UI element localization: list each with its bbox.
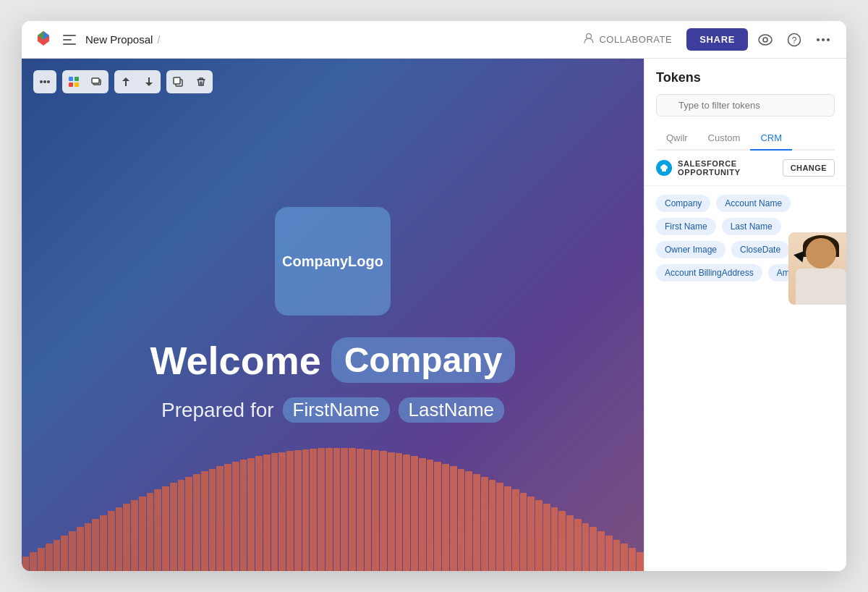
- tokens-panel: Tokens Qwilr Custom CRM: [644, 59, 846, 571]
- share-button[interactable]: SHARE: [686, 28, 748, 51]
- svg-point-4: [759, 35, 772, 45]
- welcome-static-text: Welcome: [150, 338, 321, 383]
- color-button[interactable]: [62, 70, 85, 93]
- person-image: [788, 232, 846, 305]
- svg-point-11: [40, 80, 43, 83]
- token-tag[interactable]: CloseDate: [731, 241, 789, 258]
- view-button[interactable]: [754, 28, 777, 51]
- svg-rect-2: [63, 43, 76, 45]
- svg-rect-14: [69, 77, 73, 81]
- token-tag[interactable]: Account BillingAddress: [656, 264, 762, 282]
- token-tag[interactable]: Company: [656, 195, 710, 212]
- canvas: CompanyLogo Welcome Company Prepared for…: [22, 59, 644, 571]
- bars-decoration: [22, 426, 644, 571]
- canvas-toolbar: [33, 70, 213, 93]
- edit-group: [166, 70, 213, 93]
- company-logo-placeholder: CompanyLogo: [275, 207, 391, 316]
- svg-rect-1: [63, 39, 72, 41]
- svg-point-5: [763, 38, 767, 42]
- move-down-button[interactable]: [137, 70, 161, 93]
- svg-rect-16: [69, 83, 73, 87]
- welcome-line: Welcome Company: [150, 337, 516, 383]
- sidebar-toggle[interactable]: [61, 31, 78, 48]
- svg-rect-0: [63, 35, 76, 36]
- svg-rect-19: [92, 78, 99, 83]
- token-filter-input[interactable]: [656, 94, 835, 117]
- svg-text:?: ?: [792, 35, 797, 46]
- help-button[interactable]: ?: [783, 28, 806, 51]
- panel-title: Tokens: [656, 70, 835, 85]
- top-bar: New Proposal / COLLABORATE SHARE: [22, 21, 846, 59]
- tab-qwilr[interactable]: Qwilr: [656, 127, 698, 151]
- token-tag[interactable]: First Name: [656, 218, 716, 235]
- order-group: [114, 70, 161, 93]
- top-bar-actions: COLLABORATE SHARE ?: [574, 28, 835, 51]
- svg-point-8: [817, 38, 820, 41]
- prepared-static-text: Prepared for: [161, 399, 274, 422]
- slide: CompanyLogo Welcome Company Prepared for…: [22, 59, 644, 571]
- crm-source-label: SALESFORCE OPPORTUNITY: [678, 159, 783, 177]
- svg-rect-20: [125, 81, 127, 86]
- svg-rect-15: [75, 77, 79, 81]
- tab-crm[interactable]: CRM: [750, 127, 792, 151]
- crm-source-row: SALESFORCE OPPORTUNITY CHANGE: [644, 151, 846, 186]
- more-button[interactable]: [33, 70, 56, 93]
- layers-button[interactable]: [85, 70, 109, 93]
- svg-rect-23: [174, 77, 180, 84]
- move-up-button[interactable]: [114, 70, 137, 93]
- token-tag[interactable]: Last Name: [722, 218, 781, 235]
- salesforce-icon: [656, 160, 672, 176]
- doc-title: New Proposal /: [85, 33, 160, 46]
- svg-point-9: [822, 38, 825, 41]
- svg-rect-21: [148, 77, 150, 83]
- app-logo: [33, 28, 54, 51]
- prepared-line: Prepared for FirstName LastName: [161, 397, 504, 423]
- token-tag[interactable]: Owner Image: [656, 241, 726, 258]
- lastname-token-chip[interactable]: LastName: [399, 397, 505, 423]
- tab-custom[interactable]: Custom: [698, 127, 751, 151]
- svg-rect-17: [75, 83, 79, 87]
- company-token-chip[interactable]: Company: [331, 337, 516, 383]
- firstname-token-chip[interactable]: FirstName: [283, 397, 390, 423]
- user-icon: [583, 33, 595, 46]
- more-options-button[interactable]: [812, 28, 835, 51]
- token-tag[interactable]: Account Name: [716, 195, 791, 212]
- svg-point-13: [47, 80, 50, 83]
- change-button[interactable]: CHANGE: [783, 159, 835, 177]
- format-group: [62, 70, 109, 93]
- svg-point-10: [827, 38, 830, 41]
- delete-button[interactable]: [190, 70, 213, 93]
- svg-point-12: [43, 80, 46, 83]
- duplicate-button[interactable]: [166, 70, 190, 93]
- tabs-row: Qwilr Custom CRM: [656, 127, 835, 151]
- edit-pencil-icon[interactable]: /: [157, 34, 160, 46]
- content-area: CompanyLogo Welcome Company Prepared for…: [22, 59, 846, 571]
- collaborate-button[interactable]: COLLABORATE: [574, 28, 681, 51]
